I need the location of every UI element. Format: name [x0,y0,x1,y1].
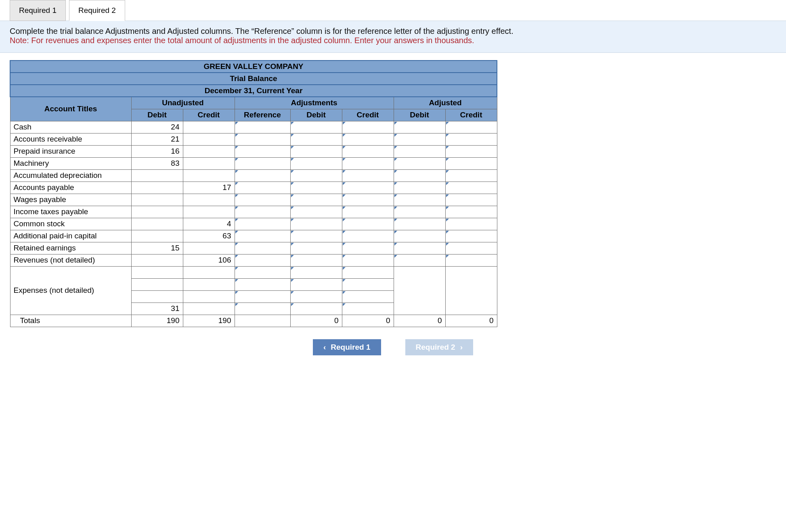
cell-adjusted-debit-input[interactable] [394,254,445,266]
cell-adj-credit-input[interactable] [342,182,394,194]
row-title: Common stock [10,218,131,230]
cell-adj-credit-input[interactable] [342,218,394,230]
cell-adjusted-credit-input[interactable] [445,133,497,145]
next-button-label: Required 2 [416,343,455,352]
cell-adj-debit-input[interactable] [290,121,342,133]
row-title: Revenues (not detailed) [10,254,131,266]
cell-adj-debit-input[interactable] [290,206,342,218]
row-title: Accumulated depreciation [10,169,131,182]
col-adjusted-credit: Credit [445,109,497,121]
cell-adjusted-debit-input[interactable] [394,242,445,254]
tab-required-1[interactable]: Required 1 [10,0,66,21]
cell-adjusted-debit-input[interactable] [394,169,445,182]
cell-reference-input[interactable] [235,230,290,242]
cell-adj-credit-input[interactable] [342,278,394,290]
cell-unadj-credit: 106 [183,254,235,266]
cell-unadj-debit [131,290,183,303]
cell-adjusted-credit-input[interactable] [445,182,497,194]
cell-adjusted-credit-input[interactable] [445,145,497,157]
cell-reference-input[interactable] [235,266,290,278]
cell-adj-debit-input[interactable] [290,230,342,242]
row-title: Accounts receivable [10,133,131,145]
tab-bar: Required 1 Required 2 [0,0,786,21]
cell-adj-credit-input[interactable] [342,145,394,157]
cell-adjusted-credit-input[interactable] [445,218,497,230]
cell-unadj-credit [183,121,235,133]
cell-adjusted-debit-input[interactable] [394,145,445,157]
cell-reference-input[interactable] [235,169,290,182]
cell-reference-input[interactable] [235,194,290,206]
tab-required-2[interactable]: Required 2 [69,0,125,21]
cell-adjusted-debit-input[interactable] [394,182,445,194]
cell-unadj-credit [183,169,235,182]
cell-adj-credit-input[interactable] [342,242,394,254]
cell-reference-input[interactable] [235,218,290,230]
cell-adjusted-credit-input[interactable] [445,242,497,254]
cell-adj-debit-input[interactable] [290,218,342,230]
cell-reference-input[interactable] [235,254,290,266]
cell-adjusted-debit [394,266,445,315]
cell-adj-debit-input[interactable] [290,254,342,266]
cell-adj-credit-input[interactable] [342,230,394,242]
cell-unadj-debit [131,182,183,194]
cell-adj-debit-input[interactable] [290,303,342,315]
cell-adj-debit-input[interactable] [290,169,342,182]
chevron-right-icon: › [460,343,463,352]
cell-adj-debit-input[interactable] [290,290,342,303]
cell-adjusted-debit-input[interactable] [394,230,445,242]
cell-adjusted-debit-input[interactable] [394,218,445,230]
cell-adj-debit-input[interactable] [290,133,342,145]
cell-adj-debit-input[interactable] [290,242,342,254]
cell-adjusted-debit-input[interactable] [394,157,445,169]
cell-reference-input[interactable] [235,206,290,218]
cell-adjusted-credit-input[interactable] [445,157,497,169]
cell-reference-input[interactable] [235,145,290,157]
cell-adjusted-credit-input[interactable] [445,194,497,206]
cell-adjusted-credit-input[interactable] [445,169,497,182]
cell-adj-credit-input[interactable] [342,290,394,303]
cell-reference-input[interactable] [235,303,290,315]
cell-adjusted-debit-input[interactable] [394,194,445,206]
instruction-note: Note: For revenues and expenses enter th… [10,36,474,45]
cell-adj-credit-input[interactable] [342,303,394,315]
cell-adj-credit-input[interactable] [342,133,394,145]
next-button[interactable]: Required 2 › [405,339,474,355]
cell-adjusted-credit-input[interactable] [445,230,497,242]
cell-unadj-credit [183,133,235,145]
cell-adjusted-credit-input[interactable] [445,254,497,266]
cell-adj-credit-input[interactable] [342,194,394,206]
cell-adjusted-debit-input[interactable] [394,133,445,145]
cell-reference-input[interactable] [235,290,290,303]
cell-adj-credit-input[interactable] [342,157,394,169]
col-adj-debit: Debit [290,109,342,121]
col-adjusted-debit: Debit [394,109,445,121]
cell-adj-credit-input[interactable] [342,266,394,278]
cell-adj-debit-input[interactable] [290,278,342,290]
cell-adj-credit-input[interactable] [342,169,394,182]
cell-adjusted-credit-input[interactable] [445,206,497,218]
cell-reference-input[interactable] [235,133,290,145]
cell-reference-input[interactable] [235,182,290,194]
totals-adjusted-credit: 0 [445,315,497,327]
col-reference: Reference [235,109,290,121]
cell-adj-credit-input[interactable] [342,254,394,266]
cell-adj-debit-input[interactable] [290,145,342,157]
cell-adj-debit-input[interactable] [290,194,342,206]
cell-reference-input[interactable] [235,157,290,169]
cell-adj-debit-input[interactable] [290,266,342,278]
cell-adjusted-credit-input[interactable] [445,121,497,133]
cell-reference-input[interactable] [235,278,290,290]
cell-adj-debit-input[interactable] [290,182,342,194]
cell-adj-credit-input[interactable] [342,121,394,133]
prev-button[interactable]: ‹ Required 1 [313,339,381,355]
totals-unadj-credit: 190 [183,315,235,327]
cell-adjusted-debit-input[interactable] [394,206,445,218]
cell-unadj-debit: 31 [131,303,183,315]
cell-adj-credit-input[interactable] [342,206,394,218]
cell-adjusted-debit-input[interactable] [394,121,445,133]
cell-adj-debit-input[interactable] [290,157,342,169]
cell-reference-input[interactable] [235,121,290,133]
cell-unadj-credit [183,194,235,206]
cell-reference-input[interactable] [235,242,290,254]
totals-unadj-debit: 190 [131,315,183,327]
